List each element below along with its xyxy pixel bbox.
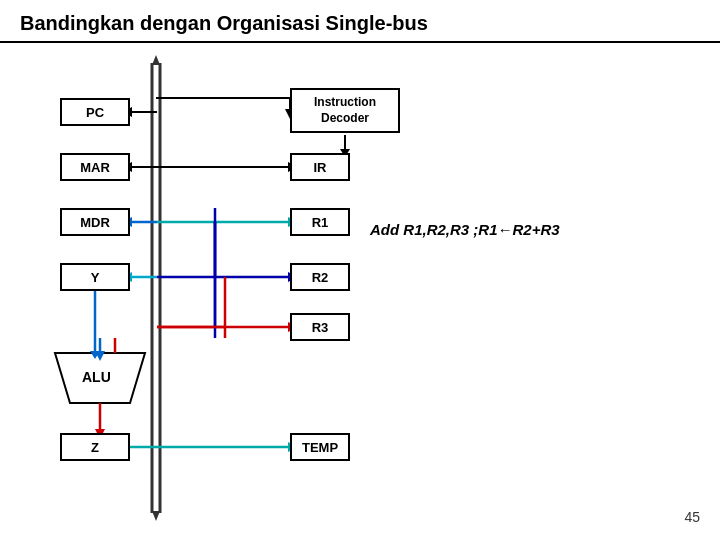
box-instruction-decoder: Instruction Decoder — [290, 88, 400, 133]
svg-marker-36 — [90, 351, 100, 359]
box-r2: R2 — [290, 263, 350, 291]
page-title: Bandingkan dengan Organisasi Single-bus — [0, 0, 720, 43]
svg-marker-3 — [152, 511, 160, 521]
diagram-area: PC MAR MDR Y Z ALU Instruction Decoder I… — [0, 43, 720, 533]
svg-marker-2 — [152, 55, 160, 65]
box-temp: TEMP — [290, 433, 350, 461]
add-label: Add R1,R2,R3 ;R1←R2+R3 — [370, 221, 560, 238]
box-z: Z — [60, 433, 130, 461]
box-r1: R1 — [290, 208, 350, 236]
box-pc: PC — [60, 98, 130, 126]
box-y: Y — [60, 263, 130, 291]
box-ir: IR — [290, 153, 350, 181]
box-mdr: MDR — [60, 208, 130, 236]
box-mar: MAR — [60, 153, 130, 181]
svg-marker-33 — [95, 351, 105, 361]
alu-label: ALU — [82, 369, 111, 385]
page-number: 45 — [684, 509, 700, 525]
box-r3: R3 — [290, 313, 350, 341]
